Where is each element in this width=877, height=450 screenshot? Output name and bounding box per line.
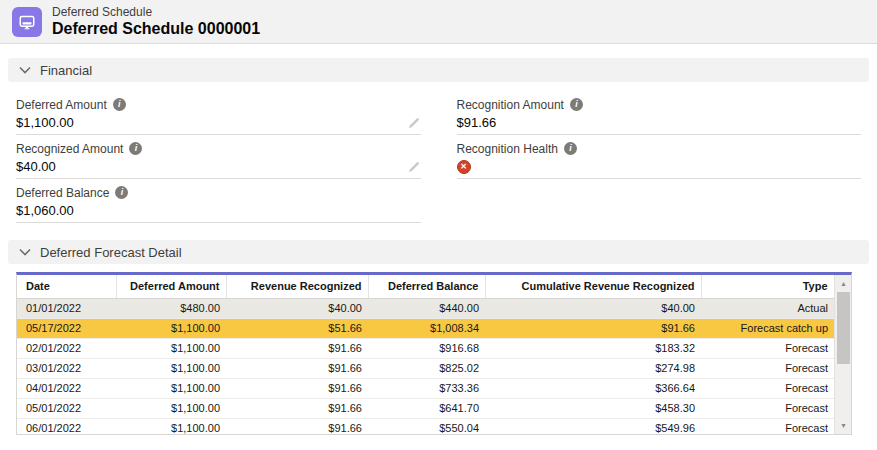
field-label: Recognition Amount — [457, 98, 564, 112]
cell-type: Forecast — [701, 418, 834, 435]
cell-revenue-recognized: $91.66 — [226, 338, 368, 358]
financial-left-column: Deferred Amount i $1,100.00 Recognized A… — [16, 91, 421, 223]
field-value: $40.00 — [16, 159, 56, 174]
info-icon[interactable]: i — [129, 142, 142, 155]
edit-pencil-icon[interactable] — [407, 116, 421, 130]
cell-deferred-balance: $440.00 — [368, 298, 485, 318]
record-header: Deferred Schedule Deferred Schedule 0000… — [0, 0, 877, 44]
table-row: 04/01/2022 $1,100.00 $91.66 $733.36 $366… — [17, 378, 834, 398]
cell-cumulative: $274.98 — [485, 358, 701, 378]
info-icon[interactable]: i — [564, 142, 577, 155]
cell-deferred-amount: $1,100.00 — [116, 418, 226, 435]
cell-type: Forecast — [701, 398, 834, 418]
scrollbar-thumb[interactable] — [837, 292, 850, 364]
record-title: Deferred Schedule 0000001 — [52, 19, 260, 38]
section-header-financial[interactable]: Financial — [8, 58, 869, 82]
cell-date: 06/01/2022 — [17, 418, 116, 435]
cell-cumulative: $366.64 — [485, 378, 701, 398]
financial-fields: Deferred Amount i $1,100.00 Recognized A… — [0, 82, 877, 223]
field-value: $91.66 — [457, 115, 497, 130]
field-deferred-amount: Deferred Amount i $1,100.00 — [16, 96, 421, 135]
field-label: Deferred Amount — [16, 98, 107, 112]
cell-type: Forecast catch up — [701, 318, 834, 338]
cell-date: 03/01/2022 — [17, 358, 116, 378]
cell-deferred-balance: $916.68 — [368, 338, 485, 358]
cell-type: Forecast — [701, 338, 834, 358]
section-title-deferred-forecast-detail: Deferred Forecast Detail — [40, 245, 182, 260]
cell-revenue-recognized: $91.66 — [226, 398, 368, 418]
col-header-revenue-recognized: Revenue Recognized — [226, 275, 368, 298]
section-title-financial: Financial — [40, 63, 92, 78]
table-row-highlighted: 05/17/2022 $1,100.00 $51.66 $1,008.34 $9… — [17, 318, 834, 338]
field-deferred-balance: Deferred Balance i $1,060.00 — [16, 184, 421, 223]
col-header-deferred-balance: Deferred Balance — [368, 275, 485, 298]
scroll-up-arrow-icon[interactable]: ▲ — [835, 276, 852, 291]
col-header-deferred-amount: Deferred Amount — [116, 275, 226, 298]
cell-cumulative: $91.66 — [485, 318, 701, 338]
cell-deferred-balance: $825.02 — [368, 358, 485, 378]
cell-deferred-amount: $1,100.00 — [116, 378, 226, 398]
edit-pencil-icon[interactable] — [407, 160, 421, 174]
field-label: Recognized Amount — [16, 142, 123, 156]
cell-deferred-amount: $1,100.00 — [116, 318, 226, 338]
field-value: $1,100.00 — [16, 115, 74, 130]
cell-type: Forecast — [701, 378, 834, 398]
info-icon[interactable]: i — [115, 186, 128, 199]
cell-cumulative: $40.00 — [485, 298, 701, 318]
cell-deferred-balance: $1,008.34 — [368, 318, 485, 338]
vertical-scrollbar[interactable]: ▲ ▼ — [834, 275, 851, 434]
cell-revenue-recognized: $91.66 — [226, 358, 368, 378]
table-row: 01/01/2022 $480.00 $40.00 $440.00 $40.00… — [17, 298, 834, 318]
field-label: Deferred Balance — [16, 186, 109, 200]
cell-cumulative: $458.30 — [485, 398, 701, 418]
cell-date: 01/01/2022 — [17, 298, 116, 318]
cell-date: 05/01/2022 — [17, 398, 116, 418]
cell-date: 05/17/2022 — [17, 318, 116, 338]
scroll-down-arrow-icon[interactable]: ▼ — [835, 418, 852, 433]
chevron-down-icon — [19, 66, 31, 74]
field-value: $1,060.00 — [16, 203, 74, 218]
section-header-deferred-forecast-detail[interactable]: Deferred Forecast Detail — [8, 240, 869, 264]
col-header-type: Type — [701, 275, 834, 298]
field-label: Recognition Health — [457, 142, 558, 156]
cell-revenue-recognized: $91.66 — [226, 418, 368, 435]
cell-deferred-amount: $1,100.00 — [116, 358, 226, 378]
info-icon[interactable]: i — [113, 98, 126, 111]
table-row: 02/01/2022 $1,100.00 $91.66 $916.68 $183… — [17, 338, 834, 358]
desktop-icon — [12, 7, 42, 37]
cell-deferred-amount: $1,100.00 — [116, 398, 226, 418]
cell-revenue-recognized: $40.00 — [226, 298, 368, 318]
object-label: Deferred Schedule — [52, 5, 260, 19]
cell-deferred-amount: $480.00 — [116, 298, 226, 318]
field-recognition-health: Recognition Health i ✕ — [457, 140, 862, 179]
field-recognized-amount: Recognized Amount i $40.00 — [16, 140, 421, 179]
col-header-date: Date — [17, 275, 116, 298]
col-header-cumulative-revenue-recognized: Cumulative Revenue Recognized — [485, 275, 701, 298]
field-recognition-amount: Recognition Amount i $91.66 — [457, 96, 862, 135]
table-row: 06/01/2022 $1,100.00 $91.66 $550.04 $549… — [17, 418, 834, 435]
cell-date: 02/01/2022 — [17, 338, 116, 358]
cell-revenue-recognized: $91.66 — [226, 378, 368, 398]
cell-deferred-balance: $641.70 — [368, 398, 485, 418]
forecast-table-container: Date Deferred Amount Revenue Recognized … — [16, 272, 852, 435]
cell-date: 04/01/2022 — [17, 378, 116, 398]
cell-cumulative: $183.32 — [485, 338, 701, 358]
error-x-icon: ✕ — [457, 160, 471, 174]
financial-right-column: Recognition Amount i $91.66 Recognition … — [457, 91, 862, 223]
info-icon[interactable]: i — [570, 98, 583, 111]
cell-cumulative: $549.96 — [485, 418, 701, 435]
cell-type: Forecast — [701, 358, 834, 378]
table-row: 03/01/2022 $1,100.00 $91.66 $825.02 $274… — [17, 358, 834, 378]
table-row: 05/01/2022 $1,100.00 $91.66 $641.70 $458… — [17, 398, 834, 418]
cell-deferred-balance: $550.04 — [368, 418, 485, 435]
forecast-table: Date Deferred Amount Revenue Recognized … — [17, 275, 835, 435]
cell-deferred-amount: $1,100.00 — [116, 338, 226, 358]
table-header-row: Date Deferred Amount Revenue Recognized … — [17, 275, 834, 298]
chevron-down-icon — [19, 248, 31, 256]
cell-revenue-recognized: $51.66 — [226, 318, 368, 338]
cell-deferred-balance: $733.36 — [368, 378, 485, 398]
cell-type: Actual — [701, 298, 834, 318]
